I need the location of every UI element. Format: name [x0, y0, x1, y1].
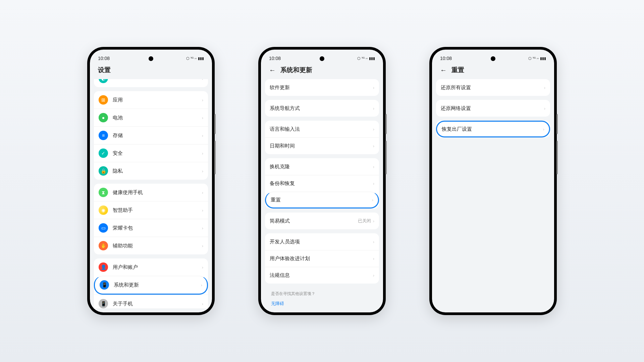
- row-label: 还原所有设置: [441, 84, 544, 91]
- row-label: 简易模式: [270, 218, 358, 224]
- battery-icon: ●: [99, 113, 108, 122]
- settings-row[interactable]: 开发人员选项›: [265, 233, 379, 250]
- row-label: 安全: [113, 150, 202, 157]
- settings-row[interactable]: 📱系统和更新›: [94, 276, 208, 295]
- status-time: 10:08: [98, 56, 110, 61]
- row-label: 用户和账户: [113, 264, 202, 270]
- accessibility-icon: ✋: [99, 241, 108, 250]
- row-label: 系统导航方式: [270, 105, 373, 112]
- settings-row[interactable]: ✓安全›: [94, 144, 208, 162]
- phone-mockup-2: 10:08 ⬡ ⁵ᴳ ⎓ ▮▮▮ ← 系统和更新 软件更新› 系统导航方式› 语…: [258, 47, 386, 315]
- chevron-right-icon: ›: [544, 106, 545, 111]
- settings-row[interactable]: 重置›: [265, 192, 379, 208]
- settings-row[interactable]: 日期和时间›: [265, 137, 379, 154]
- chevron-right-icon: ›: [202, 169, 203, 174]
- row-label: 开发人员选项: [270, 239, 373, 245]
- chevron-right-icon: ›: [202, 226, 203, 231]
- settings-row[interactable]: 还原所有设置›: [436, 79, 550, 96]
- system-update-icon: 📱: [100, 280, 109, 290]
- row-label: 隐私: [113, 168, 202, 174]
- back-button[interactable]: ←: [269, 66, 276, 74]
- page-title: 重置: [451, 66, 464, 74]
- settings-row[interactable]: 简易模式已关闭›: [265, 213, 379, 229]
- page-title: 系统和更新: [280, 66, 312, 74]
- chevron-right-icon: ›: [202, 190, 203, 195]
- chevron-right-icon: ›: [202, 265, 203, 270]
- settings-row[interactable]: 👤用户和账户›: [94, 258, 208, 276]
- row-label: 应用: [113, 97, 202, 103]
- chevron-right-icon: ›: [202, 208, 203, 213]
- settings-row[interactable]: ◉智慧助手›: [94, 201, 208, 219]
- row-label: 语言和输入法: [270, 126, 373, 132]
- row-label: 电池: [113, 115, 202, 121]
- chevron-right-icon: ›: [201, 283, 202, 288]
- settings-row[interactable]: ●电池›: [94, 109, 208, 126]
- settings-row[interactable]: 软件更新›: [265, 79, 379, 96]
- status-icons: ⬡ ⁵ᴳ ⎓ ▮▮▮: [528, 56, 546, 61]
- row-label: 日期和时间: [270, 143, 373, 149]
- wellbeing-icon: ⧗: [99, 188, 108, 197]
- chevron-right-icon: ›: [202, 301, 203, 306]
- about-icon: 📱: [99, 299, 108, 308]
- status-time: 10:08: [269, 56, 281, 61]
- assistant-icon: ◉: [99, 205, 108, 215]
- settings-row[interactable]: 还原网络设置›: [436, 100, 550, 117]
- footer-link-tips[interactable]: 玩机技巧: [265, 307, 379, 308]
- chevron-right-icon: ›: [202, 115, 203, 120]
- row-label: 辅助功能: [113, 243, 202, 249]
- settings-row[interactable]: 换机克隆›: [265, 158, 379, 175]
- row-label: 软件更新: [270, 84, 373, 91]
- settings-row[interactable]: ⊞应用›: [94, 91, 208, 109]
- settings-row-partial[interactable]: ◐ ›: [94, 79, 208, 87]
- volume-button: [385, 114, 387, 134]
- chevron-right-icon: ›: [373, 219, 374, 224]
- row-value: 已关闭: [358, 218, 371, 224]
- settings-row[interactable]: ⧗健康使用手机›: [94, 184, 208, 201]
- settings-row[interactable]: 备份和恢复›: [265, 175, 379, 192]
- row-label: 存储: [113, 132, 202, 139]
- settings-row[interactable]: 🔒隐私›: [94, 162, 208, 180]
- back-button[interactable]: ←: [440, 66, 447, 74]
- volume-button: [556, 114, 558, 134]
- settings-row[interactable]: 恢复出厂设置›: [436, 121, 550, 137]
- footer-hint: 是否在寻找其他设置项？: [265, 288, 379, 300]
- power-button: [214, 141, 216, 174]
- camera-notch: [491, 56, 495, 61]
- settings-row[interactable]: 语言和输入法›: [265, 121, 379, 137]
- settings-row[interactable]: 用户体验改进计划›: [265, 250, 379, 267]
- settings-row[interactable]: 系统导航方式›: [265, 100, 379, 117]
- footer-link-accessibility[interactable]: 无障碍: [265, 300, 379, 307]
- row-label: 荣耀卡包: [113, 225, 202, 231]
- camera-notch: [320, 56, 324, 61]
- page-title: 设置: [98, 66, 111, 74]
- storage-icon: ≡: [99, 131, 108, 140]
- settings-row[interactable]: 法规信息›: [265, 267, 379, 284]
- row-label: 换机克隆: [270, 164, 373, 170]
- settings-row[interactable]: ≡存储›: [94, 126, 208, 144]
- chevron-right-icon: ›: [373, 143, 374, 148]
- apps-icon: ⊞: [99, 95, 108, 105]
- chevron-right-icon: ›: [373, 181, 374, 186]
- chevron-right-icon: ›: [373, 256, 374, 261]
- chevron-right-icon: ›: [373, 164, 374, 169]
- chevron-right-icon: ›: [373, 239, 374, 244]
- camera-notch: [149, 56, 153, 61]
- chevron-right-icon: ›: [372, 197, 373, 202]
- partial-icon: ◐: [99, 79, 108, 83]
- settings-row[interactable]: 📱关于手机›: [94, 295, 208, 308]
- settings-row[interactable]: ✋辅助功能›: [94, 237, 208, 254]
- chevron-right-icon: ›: [202, 243, 203, 248]
- row-label: 还原网络设置: [441, 105, 544, 112]
- chevron-right-icon: ›: [202, 133, 203, 138]
- chevron-right-icon: ›: [373, 85, 374, 90]
- settings-row[interactable]: ▭荣耀卡包›: [94, 219, 208, 237]
- row-label: 关于手机: [113, 301, 202, 307]
- chevron-right-icon: ›: [544, 85, 545, 90]
- chevron-right-icon: ›: [543, 127, 544, 132]
- status-time: 10:08: [440, 56, 452, 61]
- chevron-right-icon: ›: [373, 106, 374, 111]
- security-icon: ✓: [99, 148, 108, 158]
- row-label: 用户体验改进计划: [270, 255, 373, 262]
- wallet-icon: ▭: [99, 223, 108, 233]
- privacy-icon: 🔒: [99, 166, 108, 176]
